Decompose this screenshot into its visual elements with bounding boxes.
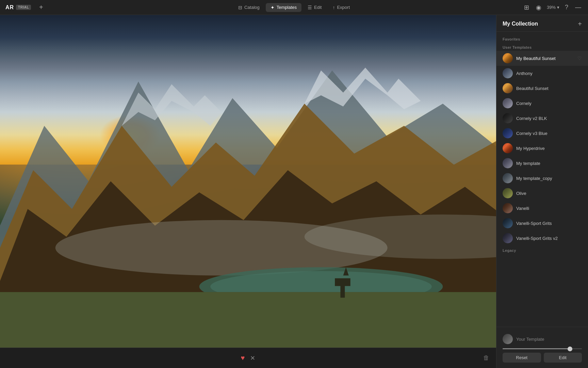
view-mode-button[interactable]: ⊞: [523, 2, 530, 13]
template-thumb-my-template-copy: [503, 173, 513, 183]
mountains-svg: [0, 15, 496, 348]
reset-button[interactable]: Reset: [503, 353, 541, 363]
your-template-item: Your Template: [501, 331, 584, 347]
close-button[interactable]: ✕: [250, 354, 255, 362]
template-name-olive: Olive: [516, 191, 574, 196]
template-name-my-template: My template: [516, 161, 574, 166]
template-name-my-template-copy: My template_copy: [516, 176, 574, 181]
svg-rect-12: [335, 278, 350, 286]
sidebar-add-button[interactable]: +: [578, 20, 582, 27]
template-thumb-cornely: [503, 98, 513, 108]
zoom-control[interactable]: 39% ▾: [547, 5, 559, 10]
legacy-section-label: Legacy: [496, 246, 588, 254]
topbar-nav: ⊟ Catalog ✦ Templates ☰ Edit ↑ Export: [233, 3, 355, 12]
canvas-area: ♥ ✕ 🗑: [0, 15, 496, 368]
info-button[interactable]: ?: [564, 2, 570, 12]
photo-background: [0, 15, 496, 348]
minimize-button[interactable]: —: [574, 2, 583, 12]
main-content: ♥ ✕ 🗑 My Collection + Favorites User Tem…: [0, 15, 588, 368]
app-logo: AR TRIAL: [5, 4, 31, 11]
template-name-vanelli-sport-grits-v2: Vanelli-Sport Grits v2: [516, 236, 574, 241]
slider-fill: [503, 348, 570, 349]
slider-container: [501, 347, 584, 350]
template-thumb-olive: [503, 188, 513, 198]
template-item-my-template[interactable]: My template ♡: [496, 156, 588, 171]
topbar: AR TRIAL + ⊟ Catalog ✦ Templates ☰ Edit …: [0, 0, 588, 15]
nav-edit[interactable]: ☰ Edit: [303, 3, 326, 12]
template-item-anthony[interactable]: Anthony ♡: [496, 66, 588, 81]
photo-container: ♥ ✕ 🗑: [0, 15, 496, 368]
template-item-vanelli-sport-grits-v2[interactable]: Vanelli-Sport Grits v2 ♡: [496, 231, 588, 246]
template-item-cornely-v2-blk[interactable]: Cornely v2 BLK ♡: [496, 111, 588, 126]
edit-template-button[interactable]: Edit: [544, 353, 582, 363]
delete-button[interactable]: 🗑: [483, 354, 489, 362]
template-item-my-hyperdrive[interactable]: My Hyperdrive ♡: [496, 141, 588, 156]
template-thumb-my-beautiful-sunset: [503, 53, 513, 63]
template-item-my-template-copy[interactable]: My template_copy ♡: [496, 171, 588, 186]
eye-button[interactable]: ◉: [535, 2, 543, 13]
nav-catalog[interactable]: ⊟ Catalog: [233, 3, 264, 12]
slider-thumb[interactable]: [568, 347, 572, 351]
template-thumb-beautiful-sunset: [503, 83, 513, 93]
zoom-level: 39%: [547, 5, 556, 10]
template-item-vanelli-sport-grits[interactable]: Vanelli-Sport Grits ♡: [496, 216, 588, 231]
template-name-beautiful-sunset: Beautiful Sunset: [516, 86, 574, 91]
right-sidebar: My Collection + Favorites User Templates…: [496, 15, 588, 368]
slider-track[interactable]: [503, 348, 582, 349]
template-name-cornely-v2-blk: Cornely v2 BLK: [516, 116, 574, 121]
zoom-chevron: ▾: [557, 5, 559, 10]
user-templates-section-label: User Templates: [496, 43, 588, 51]
edit-icon: ☰: [308, 5, 312, 10]
export-icon: ↑: [332, 5, 335, 10]
template-item-my-beautiful-sunset[interactable]: My Beautiful Sunset ♡: [496, 51, 588, 66]
template-name-vanelli: Vanelli: [516, 206, 574, 211]
template-name-vanelli-sport-grits: Vanelli-Sport Grits: [516, 221, 574, 226]
nav-templates[interactable]: ✦ Templates: [266, 3, 301, 12]
your-template-name: Your Template: [516, 337, 582, 342]
template-thumb-vanelli-sport-grits: [503, 218, 513, 228]
nav-export[interactable]: ↑ Export: [328, 3, 355, 12]
template-item-olive[interactable]: Olive ♡: [496, 186, 588, 201]
template-thumb-cornely-v3-blue: [503, 128, 513, 138]
templates-icon: ✦: [271, 5, 275, 10]
sidebar-title: My Collection: [503, 21, 538, 27]
svg-marker-10: [0, 292, 496, 348]
your-template-thumb: [503, 334, 513, 344]
catalog-label: Catalog: [244, 5, 260, 10]
template-item-vanelli[interactable]: Vanelli ♡: [496, 201, 588, 216]
template-name-my-hyperdrive: My Hyperdrive: [516, 146, 574, 151]
sidebar-actions: Reset Edit: [501, 350, 584, 364]
sidebar-bottom: Your Template Reset Edit: [496, 327, 588, 368]
heart-button[interactable]: ♥: [241, 354, 245, 362]
add-button[interactable]: +: [36, 2, 46, 13]
template-name-cornely: Cornely: [516, 101, 574, 106]
edit-label: Edit: [314, 5, 322, 10]
trial-badge: TRIAL: [16, 5, 31, 10]
bottom-bar: ♥ ✕ 🗑: [0, 348, 496, 368]
template-name-my-beautiful-sunset: My Beautiful Sunset: [516, 56, 574, 61]
template-item-cornely-v3-blue[interactable]: Cornely v3 Blue ♡: [496, 126, 588, 141]
catalog-icon: ⊟: [238, 5, 242, 10]
template-thumb-my-hyperdrive: [503, 143, 513, 153]
topbar-right: ⊞ ◉ 39% ▾ ? —: [523, 2, 583, 13]
favorite-icon-my-beautiful-sunset[interactable]: ♡: [577, 56, 582, 61]
export-label: Export: [337, 5, 350, 10]
template-item-cornely[interactable]: Cornely ♡: [496, 96, 588, 111]
template-thumb-vanelli: [503, 203, 513, 213]
sidebar-content: Favorites User Templates My Beautiful Su…: [496, 32, 588, 327]
template-name-cornely-v3-blue: Cornely v3 Blue: [516, 131, 574, 136]
logo-text: AR: [5, 4, 14, 11]
sidebar-header: My Collection +: [496, 15, 588, 32]
template-thumb-anthony: [503, 68, 513, 78]
template-item-beautiful-sunset[interactable]: Beautiful Sunset ♡: [496, 81, 588, 96]
template-thumb-my-template: [503, 158, 513, 168]
templates-label: Templates: [277, 5, 297, 10]
favorites-section-label: Favorites: [496, 34, 588, 43]
template-name-anthony: Anthony: [516, 71, 574, 76]
template-thumb-cornely-v2-blk: [503, 113, 513, 123]
template-thumb-vanelli-sport-grits-v2: [503, 233, 513, 243]
